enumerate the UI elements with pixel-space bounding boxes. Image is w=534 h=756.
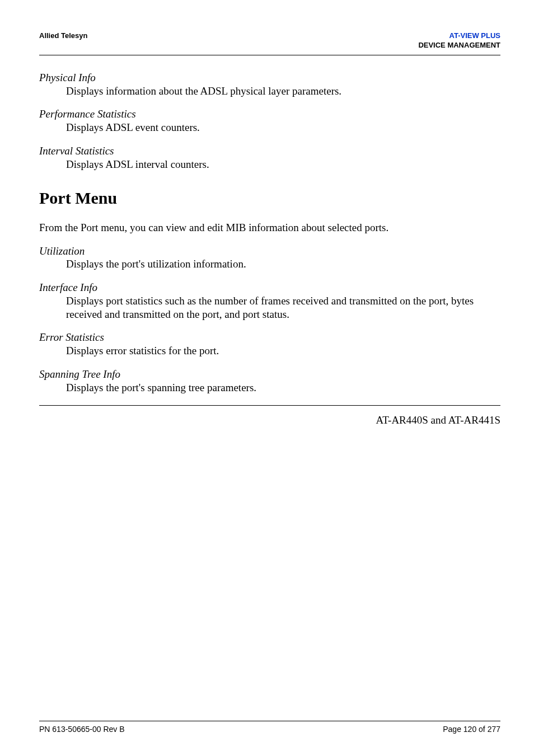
def-interval-statistics: Interval Statistics Displays ADSL interv… <box>39 144 500 171</box>
model-line: AT-AR440S and AT-AR441S <box>39 414 500 427</box>
desc: Displays port statistics such as the num… <box>39 294 500 321</box>
def-utilization: Utilization Displays the port's utilizat… <box>39 245 500 271</box>
term: Physical Info <box>39 71 500 84</box>
desc: Displays ADSL event counters. <box>39 121 500 134</box>
desc: Displays the port's utilization informat… <box>39 257 500 271</box>
term: Interface Info <box>39 281 500 294</box>
footer-left: PN 613-50665-00 Rev B <box>39 725 125 734</box>
def-physical-info: Physical Info Displays information about… <box>39 71 500 98</box>
desc: Displays information about the ADSL phys… <box>39 84 500 98</box>
def-error-statistics: Error Statistics Displays error statisti… <box>39 331 500 358</box>
page-footer: PN 613-50665-00 Rev B Page 120 of 277 <box>39 721 500 734</box>
header-right: AT-VIEW PLUS DEVICE MANAGEMENT <box>418 31 500 50</box>
term: Interval Statistics <box>39 144 500 158</box>
body-content: Physical Info Displays information about… <box>39 71 500 427</box>
section-divider <box>39 405 500 406</box>
footer-right: Page 120 of 277 <box>443 725 500 734</box>
page-header: Allied Telesyn AT-VIEW PLUS DEVICE MANAG… <box>39 31 500 54</box>
section-intro: From the Port menu, you can view and edi… <box>39 221 500 234</box>
desc: Displays error statistics for the port. <box>39 344 500 358</box>
header-left: Allied Telesyn <box>39 31 87 40</box>
term: Performance Statistics <box>39 107 500 121</box>
def-interface-info: Interface Info Displays port statistics … <box>39 281 500 321</box>
term: Utilization <box>39 245 500 258</box>
header-rule <box>39 55 500 55</box>
section-heading-port-menu: Port Menu <box>39 187 500 209</box>
term: Spanning Tree Info <box>39 368 500 381</box>
desc: Displays ADSL interval counters. <box>39 158 500 171</box>
footer-rule <box>39 721 500 721</box>
def-spanning-tree-info: Spanning Tree Info Displays the port's s… <box>39 368 500 395</box>
term: Error Statistics <box>39 331 500 344</box>
header-subtitle: DEVICE MANAGEMENT <box>418 41 500 49</box>
def-performance-statistics: Performance Statistics Displays ADSL eve… <box>39 107 500 134</box>
header-product: AT-VIEW PLUS <box>449 31 500 40</box>
desc: Displays the port's spanning tree parame… <box>39 381 500 395</box>
